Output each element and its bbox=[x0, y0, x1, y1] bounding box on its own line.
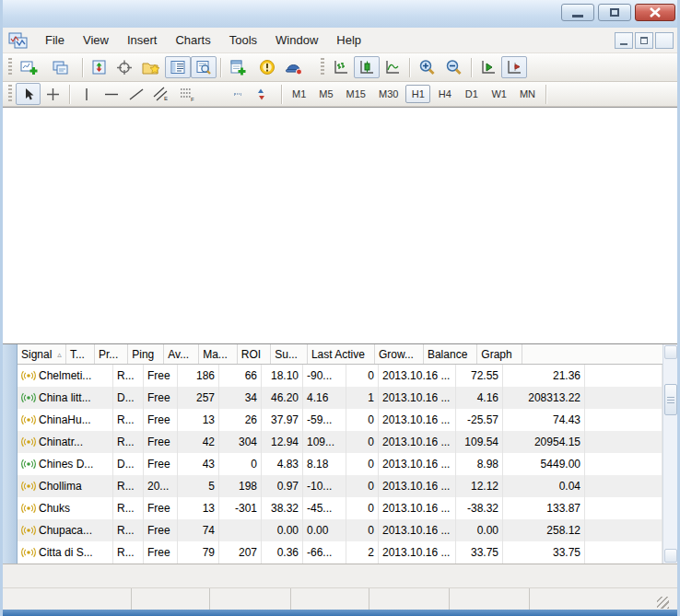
child-restore-button[interactable] bbox=[635, 32, 653, 49]
column-header[interactable]: Graph bbox=[477, 344, 522, 364]
toolbar-drag-handle[interactable] bbox=[8, 85, 12, 103]
cell-max: 18.10 bbox=[262, 365, 303, 387]
cell-growth: 109.54 bbox=[456, 431, 503, 453]
candlestick-mode-button[interactable] bbox=[354, 56, 380, 78]
line-chart-mode-button[interactable] bbox=[380, 56, 405, 78]
column-header[interactable]: T... bbox=[66, 344, 95, 364]
bar-chart-mode-button[interactable] bbox=[328, 56, 354, 78]
new-chart-button[interactable] bbox=[16, 56, 47, 78]
table-row[interactable]: Chuks R... Free 13 -301 38.32 -45... 0 2… bbox=[18, 497, 662, 519]
market-watch-button[interactable] bbox=[165, 56, 191, 78]
column-header[interactable]: ROI bbox=[238, 344, 271, 364]
drawing-toolbar: E F M1M5M15M30H1H4D1W1MN bbox=[3, 82, 677, 107]
column-header[interactable]: Signal ▵ bbox=[18, 344, 66, 364]
cell-type: R... bbox=[113, 541, 144, 564]
trendline-tool-button[interactable] bbox=[123, 83, 148, 105]
window-close-button[interactable] bbox=[635, 4, 675, 21]
column-header[interactable]: Ping bbox=[128, 344, 164, 364]
menu-item[interactable]: Tools bbox=[220, 29, 266, 51]
cell-balance: 20954.15 bbox=[503, 431, 585, 453]
table-row[interactable]: Chelmeti... R... Free 186 66 18.10 -90..… bbox=[18, 365, 662, 387]
arrows-tool-button[interactable] bbox=[250, 83, 277, 105]
auto-scroll-button[interactable] bbox=[475, 56, 501, 78]
vertical-line-tool-button[interactable] bbox=[74, 83, 99, 105]
data-window-button[interactable] bbox=[191, 56, 217, 78]
cursor-tool-button[interactable] bbox=[16, 83, 41, 105]
cell-graph bbox=[585, 519, 662, 541]
vertical-scrollbar[interactable] bbox=[662, 344, 677, 564]
cell-growth: -38.32 bbox=[456, 497, 503, 519]
new-order-button[interactable] bbox=[225, 56, 254, 78]
growth-sparkline bbox=[598, 522, 650, 539]
timeframe-button[interactable]: M15 bbox=[341, 85, 371, 103]
equidistant-channel-tool-button[interactable]: E bbox=[148, 83, 174, 105]
timeframe-button[interactable]: MN bbox=[514, 85, 541, 103]
timeframe-button[interactable]: M30 bbox=[373, 85, 404, 103]
table-row[interactable]: Citta di S... R... Free 79 207 0.36 -66.… bbox=[18, 541, 662, 564]
column-header[interactable]: Su... bbox=[271, 344, 308, 364]
cell-type: R... bbox=[113, 431, 144, 453]
timeframe-button[interactable]: H4 bbox=[432, 85, 457, 103]
favorites-button[interactable] bbox=[137, 56, 165, 78]
fibonacci-tool-button[interactable]: F bbox=[174, 83, 200, 105]
crosshair-button[interactable] bbox=[111, 56, 137, 78]
timeframe-button[interactable]: W1 bbox=[486, 85, 512, 103]
column-header[interactable]: Balance bbox=[424, 344, 477, 364]
cell-growth: 12.12 bbox=[456, 475, 503, 497]
column-header[interactable]: Ma... bbox=[199, 344, 238, 364]
chart-shift-button[interactable] bbox=[501, 56, 527, 78]
timeframe-button[interactable]: H1 bbox=[405, 85, 430, 103]
alert-icon bbox=[259, 59, 276, 76]
growth-sparkline bbox=[598, 456, 650, 472]
window-minimize-button[interactable] bbox=[561, 4, 594, 21]
chart-profiles-button[interactable] bbox=[47, 56, 78, 78]
column-header[interactable]: Av... bbox=[164, 344, 199, 364]
growth-sparkline bbox=[598, 367, 650, 384]
menu-item[interactable]: Help bbox=[327, 29, 370, 51]
cell-growth: 8.98 bbox=[456, 453, 503, 475]
table-row[interactable]: Chinatr... R... Free 42 304 12.94 109...… bbox=[18, 431, 662, 453]
child-minimize-button[interactable] bbox=[615, 32, 633, 49]
zoom-in-button[interactable] bbox=[414, 56, 440, 78]
signal-broadcast-icon bbox=[21, 436, 36, 447]
horizontal-line-tool-button[interactable] bbox=[99, 83, 123, 105]
toolbar-drag-handle[interactable] bbox=[321, 58, 324, 76]
crosshair-icon bbox=[116, 60, 133, 76]
candlestick-chart[interactable] bbox=[3, 108, 677, 343]
text-tool-button[interactable] bbox=[200, 83, 225, 105]
table-row[interactable]: Chines D... D... Free 43 0 4.83 8.18 0 2… bbox=[18, 453, 662, 475]
menu-item[interactable]: File bbox=[36, 29, 74, 51]
timeframe-button[interactable]: D1 bbox=[459, 85, 484, 103]
expert-advisors-button[interactable] bbox=[280, 56, 311, 78]
crosshair-tool-button[interactable] bbox=[41, 83, 65, 105]
table-row[interactable]: Chupaca... R... Free 74 0.00 0.00 0 2013… bbox=[18, 519, 662, 541]
column-header[interactable]: Grow... bbox=[375, 344, 424, 364]
scrollbar-thumb[interactable] bbox=[664, 384, 677, 415]
chart-area[interactable] bbox=[3, 107, 677, 344]
table-row[interactable]: Chollima R... 20... 5 198 0.97 -10... 0 … bbox=[18, 475, 662, 497]
menu-item[interactable]: Charts bbox=[166, 29, 219, 51]
zoom-out-button[interactable] bbox=[440, 56, 467, 78]
timeframe-button[interactable]: M1 bbox=[287, 85, 311, 103]
menu-item[interactable]: Insert bbox=[118, 29, 167, 51]
menu-item[interactable]: Window bbox=[266, 29, 327, 51]
column-header[interactable]: Last Active bbox=[308, 344, 375, 364]
symbols-button[interactable] bbox=[87, 56, 111, 78]
scroll-down-button[interactable] bbox=[664, 549, 677, 563]
toolbar-drag-handle[interactable] bbox=[8, 58, 12, 76]
table-row[interactable]: China litt... D... Free 257 34 46.20 4.1… bbox=[18, 387, 662, 409]
timeframe-button[interactable]: M5 bbox=[313, 85, 338, 103]
cursor-icon bbox=[22, 87, 35, 101]
scroll-up-button[interactable] bbox=[664, 345, 677, 359]
column-header[interactable]: Pr... bbox=[95, 344, 128, 364]
table-row[interactable]: ChinaHu... R... Free 13 26 37.97 -59... … bbox=[18, 409, 662, 431]
alert-button[interactable] bbox=[254, 56, 280, 78]
resize-grip[interactable] bbox=[657, 597, 669, 609]
menu-item[interactable]: View bbox=[74, 29, 118, 51]
text-label-tool-button[interactable] bbox=[225, 83, 250, 105]
profiles-icon bbox=[52, 60, 69, 76]
child-close-button[interactable] bbox=[655, 32, 674, 49]
window-bottom-frame bbox=[3, 610, 677, 616]
window-maximize-button[interactable] bbox=[598, 4, 631, 21]
cell-signal: Chinatr... bbox=[18, 431, 113, 453]
